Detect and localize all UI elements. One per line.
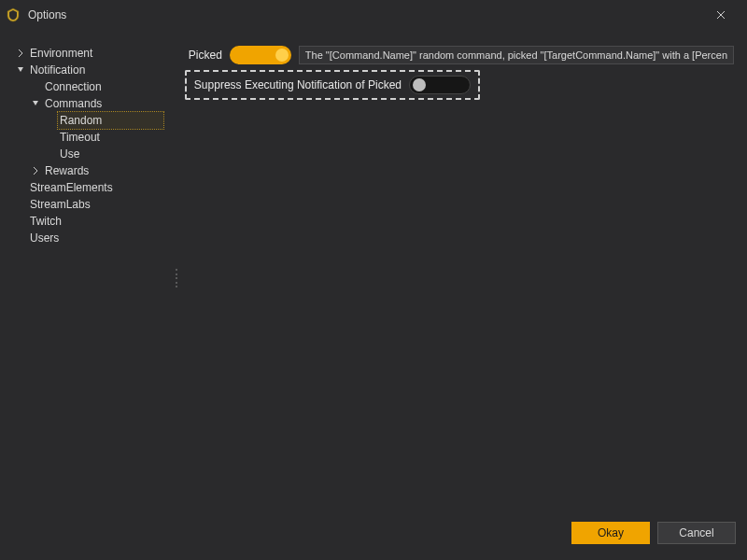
close-button[interactable] bbox=[702, 2, 740, 28]
tree-item-use[interactable]: Use bbox=[9, 146, 177, 162]
tree-item-streamlabs[interactable]: StreamLabs bbox=[9, 196, 177, 213]
tree-item-twitch[interactable]: Twitch bbox=[9, 213, 177, 230]
chevron-right-icon bbox=[30, 165, 41, 176]
tree-item-random[interactable]: Random bbox=[9, 112, 177, 129]
sidebar-tree: Environment Notification Connection bbox=[9, 35, 177, 515]
chevron-right-icon bbox=[15, 48, 26, 59]
titlebar: Options bbox=[0, 0, 747, 30]
app-icon bbox=[6, 7, 21, 22]
tree-item-streamelements[interactable]: StreamElements bbox=[9, 179, 177, 196]
window-title: Options bbox=[28, 8, 66, 21]
suppress-label: Suppress Executing Notification of Picke… bbox=[194, 78, 402, 91]
suppress-row: Suppress Executing Notification of Picke… bbox=[185, 73, 738, 97]
picked-row: Picked The "[Command.Name]" random comma… bbox=[185, 43, 738, 67]
close-icon bbox=[716, 10, 726, 20]
ok-button[interactable]: Okay bbox=[571, 522, 650, 544]
settings-panel: Picked The "[Command.Name]" random comma… bbox=[177, 35, 738, 515]
chevron-down-icon bbox=[30, 98, 41, 109]
tree-item-notification[interactable]: Notification bbox=[9, 62, 177, 78]
suppress-highlight: Suppress Executing Notification of Picke… bbox=[185, 70, 480, 100]
toggle-knob bbox=[413, 78, 426, 91]
tree-item-commands[interactable]: Commands bbox=[9, 95, 177, 112]
picked-label: Picked bbox=[185, 49, 222, 62]
tree-item-connection[interactable]: Connection bbox=[9, 78, 177, 95]
tree-item-environment[interactable]: Environment bbox=[9, 45, 177, 62]
tree-item-timeout[interactable]: Timeout bbox=[9, 129, 177, 146]
suppress-toggle[interactable] bbox=[409, 76, 471, 94]
dialog-footer: Okay Cancel bbox=[0, 515, 747, 560]
options-window: Options Environment Notification bbox=[0, 0, 747, 560]
picked-toggle[interactable] bbox=[230, 46, 291, 64]
cancel-button[interactable]: Cancel bbox=[657, 522, 736, 544]
picked-template-input[interactable]: The "[Command.Name]" random command, pic… bbox=[299, 46, 734, 64]
chevron-down-icon bbox=[15, 64, 26, 76]
tree-item-rewards[interactable]: Rewards bbox=[9, 162, 177, 179]
toggle-knob bbox=[275, 49, 289, 62]
tree-item-users[interactable]: Users bbox=[9, 230, 177, 246]
